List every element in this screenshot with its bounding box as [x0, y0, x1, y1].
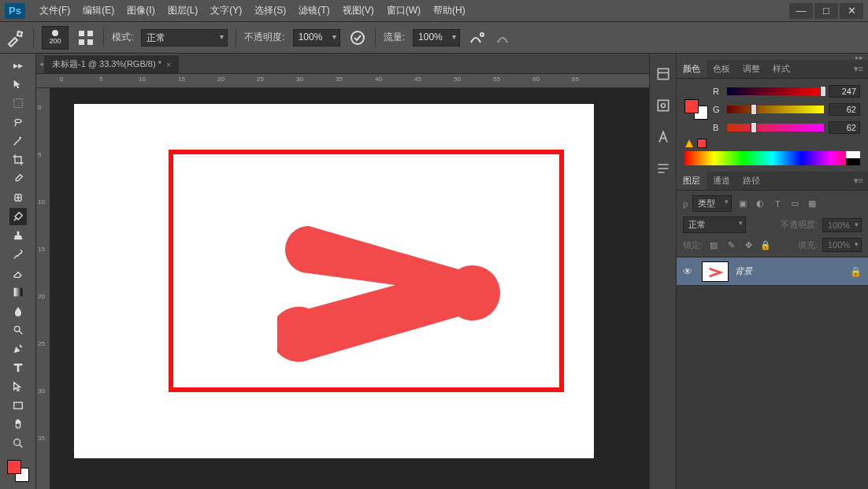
menu-layer[interactable]: 图层(L) — [161, 2, 205, 19]
tab-adjustments[interactable]: 调整 — [736, 60, 766, 78]
history-brush-tool[interactable] — [9, 246, 27, 263]
svg-rect-3 — [87, 39, 93, 45]
clone-stamp-tool[interactable] — [9, 227, 27, 244]
menu-window[interactable]: 窗口(W) — [380, 2, 427, 19]
character-panel-icon[interactable] — [655, 129, 671, 145]
filter-kind-select[interactable]: 类型 — [692, 195, 732, 212]
brush-preset-picker[interactable]: 200 — [42, 26, 69, 50]
g-slider-knob[interactable] — [751, 104, 757, 115]
layer-thumbnail[interactable] — [702, 261, 729, 282]
layer-blend-mode-select[interactable]: 正常 — [683, 217, 746, 233]
lasso-tool[interactable] — [9, 113, 27, 131]
g-value[interactable]: 62 — [829, 103, 860, 116]
marquee-tool[interactable] — [9, 94, 27, 112]
color-swatch[interactable] — [7, 460, 29, 482]
lock-all-icon[interactable]: 🔒 — [759, 239, 772, 251]
g-slider[interactable] — [727, 106, 824, 113]
b-slider[interactable] — [727, 124, 824, 132]
layer-opacity-select[interactable]: 100% — [822, 218, 862, 232]
menu-filter[interactable]: 滤镜(T) — [292, 2, 336, 19]
filter-type-icon[interactable]: T — [771, 198, 784, 210]
menu-type[interactable]: 文字(Y) — [204, 2, 248, 19]
document-tab-close-icon[interactable]: × — [166, 60, 171, 69]
tool-preset-icon[interactable] — [6, 28, 25, 47]
lock-transparent-icon[interactable]: ▨ — [707, 239, 720, 251]
menu-image[interactable]: 图像(I) — [121, 2, 161, 19]
color-spectrum[interactable] — [684, 151, 860, 165]
color-panel-fgbg-swatch[interactable] — [684, 99, 708, 120]
layer-name[interactable]: 背景 — [735, 265, 844, 277]
lock-position-icon[interactable]: ✥ — [742, 239, 755, 251]
tab-channels[interactable]: 通道 — [707, 172, 736, 190]
lock-pixels-icon[interactable]: ✎ — [725, 239, 737, 251]
filter-shape-icon[interactable]: ▭ — [788, 198, 801, 210]
zoom-tool[interactable] — [9, 435, 27, 452]
healing-brush-tool[interactable] — [9, 189, 27, 206]
move-tool[interactable] — [9, 76, 27, 93]
menu-view[interactable]: 视图(V) — [336, 2, 380, 19]
canvas-viewport[interactable] — [50, 88, 649, 489]
filter-adjust-icon[interactable]: ◐ — [754, 198, 766, 210]
maximize-button[interactable]: □ — [814, 3, 838, 19]
b-value[interactable]: 62 — [829, 121, 860, 134]
menu-edit[interactable]: 编辑(E) — [76, 2, 121, 19]
tab-swatches[interactable]: 色板 — [707, 60, 736, 78]
properties-panel-icon[interactable] — [655, 98, 671, 113]
foreground-color-swatch[interactable] — [7, 460, 21, 474]
tab-color[interactable]: 颜色 — [677, 60, 707, 78]
type-tool[interactable] — [9, 359, 27, 376]
pen-tool[interactable] — [9, 340, 27, 357]
airbrush-icon[interactable] — [468, 28, 487, 47]
layer-visibility-icon[interactable]: 👁 — [683, 266, 696, 277]
window-controls: — □ ✕ — [789, 3, 863, 19]
panel-collapse-icon[interactable]: ▸▸ — [677, 54, 868, 60]
path-selection-tool[interactable] — [9, 378, 27, 395]
minimize-button[interactable]: — — [789, 3, 813, 19]
g-label: G — [713, 105, 722, 114]
opacity-select[interactable]: 100% — [293, 29, 340, 46]
paragraph-panel-icon[interactable] — [655, 161, 671, 176]
color-panel-menu-icon[interactable]: ▾≡ — [849, 64, 868, 74]
dodge-tool[interactable] — [9, 321, 27, 339]
eyedropper-tool[interactable] — [9, 170, 27, 187]
menu-select[interactable]: 选择(S) — [248, 2, 292, 19]
crop-tool[interactable] — [9, 151, 27, 169]
tab-layers[interactable]: 图层 — [677, 172, 707, 190]
fill-select[interactable]: 100% — [822, 238, 862, 252]
menu-help[interactable]: 帮助(H) — [427, 2, 472, 19]
r-value[interactable]: 247 — [829, 85, 860, 98]
history-panel-icon[interactable] — [655, 66, 671, 82]
brush-tool[interactable] — [9, 208, 27, 225]
blur-tool[interactable] — [9, 302, 27, 320]
filter-smart-icon[interactable]: ▦ — [806, 198, 818, 210]
filter-pixel-icon[interactable]: ▣ — [736, 198, 749, 210]
tablet-pressure-icon[interactable] — [495, 28, 514, 47]
brush-panel-toggle-icon[interactable] — [76, 28, 95, 47]
layer-row[interactable]: 👁 背景 🔒 — [677, 257, 868, 286]
svg-rect-10 — [13, 402, 22, 409]
layer-opacity-label: 不透明度: — [781, 219, 818, 231]
canvas[interactable] — [74, 104, 594, 458]
flow-select[interactable]: 100% — [413, 29, 460, 46]
rectangle-tool[interactable] — [9, 397, 27, 414]
opacity-pressure-icon[interactable] — [348, 28, 367, 47]
expand-toolbox-icon[interactable]: ▸▸ — [9, 57, 27, 74]
document-tab[interactable]: 未标题-1 @ 33.3%(RGB/8) * × — [44, 54, 179, 73]
layers-panel-menu-icon[interactable]: ▾≡ — [849, 176, 868, 186]
menu-file[interactable]: 文件(F) — [33, 2, 76, 19]
filter-kind-search-icon[interactable]: ρ — [683, 199, 688, 209]
tab-styles[interactable]: 样式 — [766, 60, 796, 78]
close-button[interactable]: ✕ — [840, 3, 863, 19]
b-slider-knob[interactable] — [751, 122, 757, 133]
mini-fg-swatch[interactable] — [684, 99, 699, 113]
eraser-tool[interactable] — [9, 265, 27, 282]
r-slider[interactable] — [727, 87, 824, 95]
gradient-tool[interactable] — [9, 283, 27, 301]
magic-wand-tool[interactable] — [9, 132, 27, 150]
hand-tool[interactable] — [9, 416, 27, 433]
tab-paths[interactable]: 路径 — [736, 172, 766, 190]
r-slider-knob[interactable] — [820, 86, 826, 97]
blend-mode-select[interactable]: 正常 — [141, 29, 228, 46]
gamut-swatch[interactable] — [697, 139, 707, 148]
layer-lock-icon[interactable]: 🔒 — [850, 266, 862, 277]
